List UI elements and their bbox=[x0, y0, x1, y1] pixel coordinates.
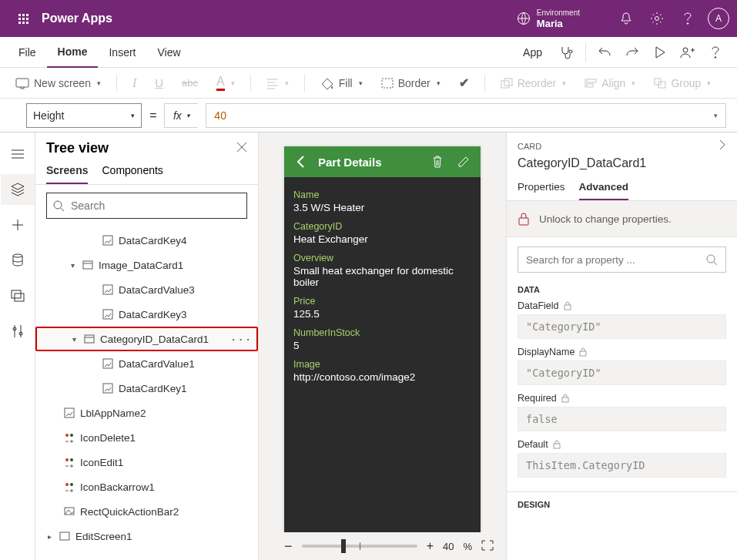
tree-view-close[interactable] bbox=[236, 142, 247, 156]
control-icon bbox=[102, 382, 114, 394]
menu-home[interactable]: Home bbox=[47, 37, 99, 68]
border-label: Border bbox=[398, 77, 430, 89]
play-icon bbox=[655, 46, 665, 59]
icon-control-icon bbox=[63, 456, 75, 468]
user-avatar[interactable]: A bbox=[708, 8, 729, 29]
zoom-slider[interactable] bbox=[302, 545, 417, 548]
rail-hamburger[interactable] bbox=[1, 139, 35, 169]
help-button[interactable] bbox=[672, 3, 703, 34]
brand-label: Power Apps bbox=[42, 12, 112, 25]
canvas-phone-preview[interactable]: Part Details Name3.5 W/S HeaterCategoryI… bbox=[284, 146, 481, 532]
rect-icon bbox=[63, 505, 75, 518]
strike-button[interactable]: abc bbox=[177, 74, 203, 92]
delete-button[interactable] bbox=[428, 156, 447, 168]
divider bbox=[304, 75, 305, 92]
menu-insert[interactable]: Insert bbox=[98, 37, 146, 68]
property-search-input[interactable] bbox=[526, 254, 706, 266]
svg-point-32 bbox=[65, 483, 69, 486]
svg-point-37 bbox=[707, 255, 715, 263]
prop-tab-properties[interactable]: Properties bbox=[518, 176, 565, 200]
environment-selector[interactable]: Environment Maria bbox=[517, 8, 580, 29]
svg-point-31 bbox=[70, 458, 73, 461]
group-button[interactable]: Group▾ bbox=[649, 74, 715, 92]
chevron-down-icon: ▾ bbox=[97, 79, 101, 87]
rail-media[interactable] bbox=[1, 280, 35, 311]
field-value[interactable]: ThisItem.CategoryID bbox=[518, 453, 726, 478]
svg-rect-6 bbox=[16, 79, 28, 87]
field-value[interactable]: false bbox=[518, 407, 726, 431]
zoom-slider-thumb[interactable] bbox=[341, 539, 346, 553]
tree-node[interactable]: DataCardKey1 bbox=[35, 376, 258, 401]
zoom-out-button[interactable]: − bbox=[284, 538, 293, 555]
fill-button[interactable]: Fill▾ bbox=[316, 74, 367, 92]
card-expand-button[interactable] bbox=[719, 139, 726, 153]
align-text-button[interactable]: ▾ bbox=[262, 75, 293, 92]
property-selector[interactable]: Height ▾ bbox=[26, 103, 142, 128]
chevron-right-icon[interactable]: ▸ bbox=[45, 532, 54, 541]
more-format-button[interactable]: ✔ bbox=[454, 72, 474, 93]
tree-tab-components[interactable]: Components bbox=[102, 164, 162, 184]
border-button[interactable]: Border▾ bbox=[377, 74, 445, 92]
play-button[interactable] bbox=[646, 37, 674, 68]
tree-node[interactable]: RectQuickActionBar2 bbox=[35, 499, 258, 524]
tree-node-label: Image_DataCard1 bbox=[99, 260, 183, 271]
tree-node[interactable]: DataCardValue3 bbox=[35, 277, 258, 302]
align-objects-button[interactable]: Align▾ bbox=[580, 74, 640, 92]
tree-node[interactable]: DataCardValue1 bbox=[35, 351, 258, 376]
undo-button[interactable] bbox=[591, 37, 618, 68]
edit-button[interactable] bbox=[454, 156, 473, 167]
menu-view[interactable]: View bbox=[146, 37, 191, 68]
tree-node[interactable]: ▾Image_DataCard1 bbox=[35, 253, 258, 277]
underline-button[interactable]: U bbox=[150, 73, 168, 92]
chevron-down-icon[interactable]: ▾ bbox=[69, 335, 79, 344]
reorder-button[interactable]: Reorder▾ bbox=[496, 74, 571, 92]
fx-button[interactable]: fx ▾ bbox=[164, 103, 198, 128]
tree-node-label: RectQuickActionBar2 bbox=[80, 506, 179, 518]
notifications-button[interactable] bbox=[611, 3, 642, 34]
menu-file[interactable]: File bbox=[8, 37, 47, 68]
tree-node[interactable]: ▸EditScreen1 bbox=[35, 524, 258, 548]
canvas-field-value: 125.5 bbox=[293, 308, 471, 320]
chevron-down-icon[interactable]: ▾ bbox=[68, 261, 77, 270]
tree-node[interactable]: IconEdit1 bbox=[35, 450, 258, 474]
tree-node[interactable]: IconDelete1 bbox=[35, 425, 258, 450]
new-screen-button[interactable]: New screen ▾ bbox=[11, 74, 106, 92]
formula-input[interactable]: 40 ▾ bbox=[206, 103, 726, 128]
menu-app[interactable]: App bbox=[512, 37, 553, 68]
tree-node[interactable]: DataCardKey3 bbox=[35, 302, 258, 327]
tree-node[interactable]: LblAppName2 bbox=[35, 401, 258, 425]
rail-data[interactable] bbox=[1, 245, 35, 276]
field-value[interactable]: "CategoryID" bbox=[518, 314, 726, 339]
back-button[interactable] bbox=[292, 155, 310, 169]
tree-search[interactable] bbox=[46, 193, 247, 219]
undo-icon bbox=[598, 45, 611, 59]
menu-help-button[interactable] bbox=[702, 37, 729, 68]
font-color-button[interactable]: A▾ bbox=[212, 72, 240, 94]
tree-node[interactable]: DataCardKey4 bbox=[35, 228, 258, 253]
svg-rect-20 bbox=[103, 236, 112, 245]
tree-node[interactable]: IconBackarrow1 bbox=[35, 474, 258, 499]
zoom-fit-button[interactable] bbox=[481, 540, 494, 553]
property-selector-value: Height bbox=[33, 109, 64, 122]
tree-node-selected[interactable]: ▾ CategoryID_DataCard1 · · · bbox=[35, 327, 258, 351]
prop-tab-advanced[interactable]: Advanced bbox=[579, 176, 629, 200]
italic-button[interactable]: I bbox=[128, 73, 141, 93]
property-search[interactable] bbox=[518, 246, 726, 273]
rail-tree-view[interactable] bbox=[1, 174, 35, 205]
unlock-banner[interactable]: Unlock to change properties. bbox=[507, 201, 737, 237]
redo-button[interactable] bbox=[618, 37, 646, 68]
svg-point-33 bbox=[70, 483, 73, 486]
tree-search-input[interactable] bbox=[71, 200, 240, 212]
more-options-button[interactable]: · · · bbox=[232, 334, 250, 345]
zoom-in-button[interactable]: + bbox=[427, 539, 434, 553]
card-icon bbox=[83, 333, 95, 345]
checker-button[interactable] bbox=[553, 37, 581, 68]
field-value[interactable]: "CategoryID" bbox=[518, 360, 726, 385]
app-launcher[interactable] bbox=[8, 3, 39, 34]
share-button[interactable] bbox=[674, 37, 702, 68]
rail-insert[interactable] bbox=[1, 210, 35, 240]
tree-tab-screens[interactable]: Screens bbox=[46, 164, 88, 184]
settings-button[interactable] bbox=[642, 3, 672, 34]
rail-advanced-tools[interactable] bbox=[1, 316, 35, 347]
canvas-field-label: CategoryID bbox=[293, 221, 471, 232]
